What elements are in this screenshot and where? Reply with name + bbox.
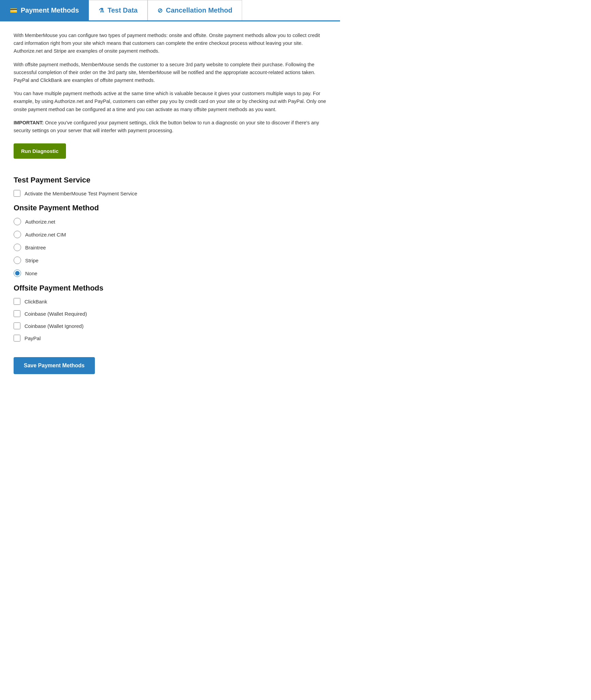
checkbox-row-coinbase-required: Coinbase (Wallet Required)	[14, 310, 326, 317]
description-important: IMPORTANT: Once you've configured your p…	[14, 119, 326, 135]
radio-authorize-net[interactable]	[14, 218, 21, 225]
checkbox-clickbank[interactable]	[14, 298, 20, 305]
offsite-payment-section: Offsite Payment Methods ClickBank Coinba…	[14, 284, 326, 342]
test-payment-service-section: Test Payment Service Activate the Member…	[14, 176, 326, 197]
radio-row-braintree: Braintree	[14, 244, 326, 251]
onsite-payment-section: Onsite Payment Method Authorize.net Auth…	[14, 204, 326, 277]
offsite-payment-title: Offsite Payment Methods	[14, 284, 326, 293]
onsite-payment-title: Onsite Payment Method	[14, 204, 326, 212]
tab-test-data[interactable]: ⚗ Test Data	[89, 0, 148, 20]
description-para3: You can have multiple payment methods ac…	[14, 90, 326, 113]
test-payment-checkbox-row: Activate the MemberMouse Test Payment Se…	[14, 190, 326, 197]
label-clickbank[interactable]: ClickBank	[24, 299, 47, 304]
description-para1: With MemberMouse you can configure two t…	[14, 32, 326, 55]
tab-payment-methods[interactable]: 💳 Payment Methods	[0, 0, 89, 20]
test-payment-label[interactable]: Activate the MemberMouse Test Payment Se…	[24, 191, 137, 196]
label-coinbase-ignored[interactable]: Coinbase (Wallet Ignored)	[24, 323, 84, 329]
main-content: With MemberMouse you can configure two t…	[0, 32, 340, 388]
test-payment-service-title: Test Payment Service	[14, 176, 326, 185]
checkbox-paypal[interactable]	[14, 335, 20, 342]
payment-methods-icon: 💳	[10, 7, 17, 14]
radio-row-stripe: Stripe	[14, 257, 326, 264]
tab-cancellation-label: Cancellation Method	[166, 6, 233, 14]
checkbox-coinbase-ignored[interactable]	[14, 322, 20, 329]
radio-stripe[interactable]	[14, 257, 21, 264]
tab-cancellation-method[interactable]: ⊘ Cancellation Method	[148, 0, 242, 20]
tab-payment-methods-label: Payment Methods	[21, 6, 79, 14]
label-coinbase-required[interactable]: Coinbase (Wallet Required)	[24, 311, 87, 317]
label-none[interactable]: None	[25, 270, 37, 276]
checkbox-row-paypal: PayPal	[14, 335, 326, 342]
description-para2: With offsite payment methods, MemberMous…	[14, 61, 326, 85]
label-authorize-net[interactable]: Authorize.net	[25, 219, 55, 225]
radio-authorize-net-cim[interactable]	[14, 231, 21, 238]
run-diagnostic-button[interactable]: Run Diagnostic	[14, 143, 66, 159]
important-text: Once you've configured your payment sett…	[14, 120, 319, 133]
cancellation-icon: ⊘	[157, 7, 163, 14]
label-authorize-net-cim[interactable]: Authorize.net CIM	[25, 232, 66, 238]
test-data-icon: ⚗	[99, 7, 104, 14]
test-payment-checkbox[interactable]	[14, 190, 20, 197]
important-label: IMPORTANT:	[14, 120, 44, 125]
label-stripe[interactable]: Stripe	[25, 258, 38, 263]
radio-braintree[interactable]	[14, 244, 21, 251]
radio-row-none: None	[14, 269, 326, 277]
checkbox-row-clickbank: ClickBank	[14, 298, 326, 305]
label-paypal[interactable]: PayPal	[24, 335, 41, 341]
tabs-container: 💳 Payment Methods ⚗ Test Data ⊘ Cancella…	[0, 0, 340, 21]
checkbox-row-coinbase-ignored: Coinbase (Wallet Ignored)	[14, 322, 326, 329]
tab-test-data-label: Test Data	[107, 6, 138, 14]
radio-none[interactable]	[14, 269, 21, 277]
radio-row-authorize-net: Authorize.net	[14, 218, 326, 225]
label-braintree[interactable]: Braintree	[25, 245, 46, 250]
checkbox-coinbase-required[interactable]	[14, 310, 20, 317]
save-payment-methods-button[interactable]: Save Payment Methods	[14, 357, 95, 374]
radio-row-authorize-net-cim: Authorize.net CIM	[14, 231, 326, 238]
